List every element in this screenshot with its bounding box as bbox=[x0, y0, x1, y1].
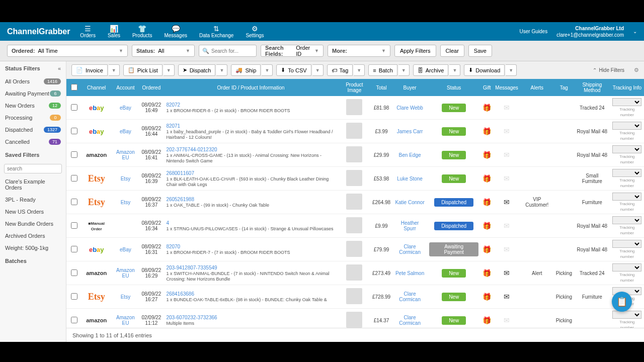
action-archive-dropdown[interactable]: ▼ bbox=[449, 64, 460, 76]
gift-icon[interactable]: 🎁 bbox=[482, 245, 491, 253]
status-filter[interactable]: Status:All▼ bbox=[132, 45, 195, 57]
message-icon[interactable]: ✉ bbox=[504, 127, 510, 135]
sidebar-status-item[interactable]: New Orders12 bbox=[0, 100, 66, 112]
row-checkbox[interactable] bbox=[71, 317, 77, 323]
gift-icon[interactable]: 🎁 bbox=[482, 293, 491, 301]
message-icon[interactable]: ✉ bbox=[504, 316, 510, 324]
buyer-link[interactable]: Heather Spurr bbox=[401, 220, 419, 231]
action-to csv[interactable]: ⬇To CSV bbox=[276, 64, 311, 76]
gift-icon[interactable]: 🎁 bbox=[482, 151, 491, 159]
account-info[interactable]: ChannelGrabber Ltd clare+1@channelgrabbe… bbox=[556, 25, 624, 38]
action-download[interactable]: ⬇Download bbox=[464, 64, 505, 76]
row-checkbox[interactable] bbox=[71, 269, 77, 276]
nav-data[interactable]: ⇅Data Exchange bbox=[199, 25, 233, 38]
message-icon[interactable]: ✉ bbox=[504, 104, 510, 112]
action-invoice-dropdown[interactable]: ▼ bbox=[109, 64, 120, 76]
saved-filter-search[interactable] bbox=[4, 164, 62, 173]
tracking-select[interactable] bbox=[612, 216, 641, 224]
row-checkbox[interactable] bbox=[71, 199, 77, 205]
row-checkbox[interactable] bbox=[71, 293, 77, 300]
message-icon[interactable]: ✉ bbox=[504, 198, 510, 206]
row-checkbox[interactable] bbox=[71, 104, 77, 111]
apply-filters-button[interactable]: Apply Filters bbox=[394, 45, 436, 57]
gift-icon[interactable]: 🎁 bbox=[482, 104, 491, 112]
tracking-select[interactable] bbox=[612, 145, 641, 153]
order-id-link[interactable]: 203-9412807-7335549 bbox=[166, 265, 336, 270]
order-id-link[interactable]: 82072 bbox=[166, 102, 336, 108]
buyer-link[interactable]: Pete Salmon bbox=[395, 270, 424, 276]
row-checkbox[interactable] bbox=[71, 246, 77, 252]
gift-icon[interactable]: 🎁 bbox=[482, 127, 491, 135]
buyer-link[interactable]: Clare Cormican bbox=[399, 315, 421, 326]
row-checkbox[interactable] bbox=[71, 175, 77, 182]
account-link[interactable]: eBay bbox=[120, 247, 131, 252]
row-checkbox[interactable] bbox=[71, 222, 77, 229]
sidebar-status-item[interactable]: Processing0 bbox=[0, 112, 66, 124]
sidebar-status-item[interactable]: Dispatched1327 bbox=[0, 124, 66, 136]
action-ship[interactable]: 🚚Ship bbox=[231, 64, 261, 76]
buyer-link[interactable]: Ben Edge bbox=[399, 152, 421, 158]
sidebar-status-item[interactable]: Awaiting Payment6 bbox=[0, 87, 66, 100]
message-icon[interactable]: ✉ bbox=[504, 151, 510, 159]
buyer-link[interactable]: Luke Stone bbox=[397, 176, 423, 182]
gift-icon[interactable]: 🎁 bbox=[482, 316, 491, 324]
account-link[interactable]: Etsy bbox=[121, 294, 130, 300]
action-tag-dropdown[interactable]: ▼ bbox=[354, 64, 365, 76]
buyer-link[interactable]: Clare Cormican bbox=[399, 291, 421, 302]
tracking-select[interactable] bbox=[612, 193, 641, 201]
message-icon[interactable]: ✉ bbox=[504, 269, 510, 277]
action-dispatch[interactable]: ➤Dispatch bbox=[178, 64, 216, 76]
nav-messages[interactable]: 💬Messages bbox=[164, 25, 187, 38]
sidebar-status-item[interactable]: Cancelled71 bbox=[0, 136, 66, 148]
account-link[interactable]: Etsy bbox=[121, 200, 130, 205]
action-batch[interactable]: ≡Batch bbox=[368, 64, 397, 76]
order-id-link[interactable]: 203-6070232-3732366 bbox=[166, 315, 336, 320]
tracking-select[interactable] bbox=[612, 122, 641, 130]
action-download-dropdown[interactable]: ▼ bbox=[506, 64, 517, 76]
clear-button[interactable]: Clear bbox=[440, 45, 464, 57]
sidebar-saved-item[interactable]: Archived Orders bbox=[0, 230, 66, 242]
account-link[interactable]: Amazon EU bbox=[116, 149, 135, 160]
search-input[interactable]: 🔍 bbox=[199, 45, 257, 57]
message-icon[interactable]: ✉ bbox=[504, 245, 510, 253]
clipboard-fab[interactable]: 📋 bbox=[612, 292, 632, 312]
action-invoice[interactable]: 📄Invoice bbox=[71, 64, 108, 76]
action-batch-dropdown[interactable]: ▼ bbox=[398, 64, 410, 76]
buyer-link[interactable]: Katie Connor bbox=[395, 200, 424, 205]
nav-products[interactable]: 👕Products bbox=[132, 25, 152, 38]
buyer-link[interactable]: James Carr bbox=[397, 129, 423, 134]
row-checkbox[interactable] bbox=[71, 128, 77, 134]
more-filter[interactable]: More:▼ bbox=[328, 45, 390, 57]
order-id-link[interactable]: 2605261988 bbox=[166, 197, 336, 202]
table-settings-icon[interactable]: ⚙ bbox=[634, 67, 639, 73]
account-link[interactable]: Etsy bbox=[121, 176, 130, 182]
order-id-link[interactable]: 2680011607 bbox=[166, 170, 336, 176]
message-icon[interactable]: ✉ bbox=[504, 174, 510, 183]
account-link[interactable]: Amazon EU bbox=[116, 267, 135, 279]
batches-header[interactable]: Batches bbox=[0, 254, 66, 268]
gift-icon[interactable]: 🎁 bbox=[482, 174, 491, 183]
save-button[interactable]: Save bbox=[468, 45, 492, 57]
searchfields-filter[interactable]: Search Fields:Order ID▼ bbox=[261, 45, 324, 57]
sidebar-saved-item[interactable]: Weight: 500g-1kg bbox=[0, 242, 66, 254]
gift-icon[interactable]: 🎁 bbox=[482, 222, 491, 230]
gift-icon[interactable]: 🎁 bbox=[482, 269, 491, 277]
order-id-link[interactable]: 2684163686 bbox=[166, 291, 336, 297]
order-id-link[interactable]: 4 bbox=[166, 220, 336, 226]
account-link[interactable]: eBay bbox=[120, 129, 131, 134]
tracking-select[interactable] bbox=[612, 311, 641, 319]
action-archive[interactable]: 🗄Archive bbox=[413, 64, 449, 76]
sidebar-saved-item[interactable]: 3PL - Ready bbox=[0, 194, 66, 206]
order-id-link[interactable]: 202-3776744-0212320 bbox=[166, 147, 336, 152]
ordered-filter[interactable]: Ordered:All Time▼ bbox=[7, 45, 128, 57]
user-guides-link[interactable]: User Guides bbox=[520, 29, 548, 34]
action-dispatch-dropdown[interactable]: ▼ bbox=[216, 64, 227, 76]
sidebar-status-item[interactable]: All Orders1416 bbox=[0, 75, 66, 87]
account-chevron-icon[interactable]: ⌄ bbox=[633, 29, 637, 34]
buyer-link[interactable]: Clare Cormican bbox=[399, 244, 421, 255]
message-icon[interactable]: ✉ bbox=[504, 222, 510, 230]
tracking-select[interactable] bbox=[612, 169, 641, 177]
row-checkbox[interactable] bbox=[71, 151, 77, 158]
action-ship-dropdown[interactable]: ▼ bbox=[262, 64, 273, 76]
sidebar-saved-item[interactable]: New US Orders bbox=[0, 206, 66, 218]
